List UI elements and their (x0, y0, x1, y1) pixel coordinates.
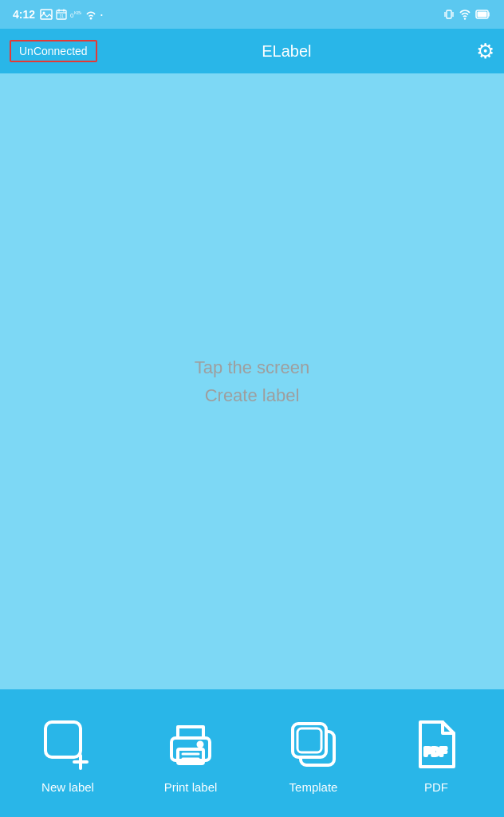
print-label-icon (163, 716, 219, 772)
calendar-icon: 31 (56, 9, 67, 20)
signal-icon (85, 9, 97, 20)
bottom-toolbar: New label Print label (0, 689, 504, 817)
status-right (443, 9, 491, 20)
new-label-icon (40, 716, 96, 772)
svg-rect-7 (447, 10, 451, 18)
svg-point-6 (90, 18, 93, 20)
pdf-button[interactable]: PDF PDF (375, 716, 498, 794)
placeholder-line1: Tap the screen (195, 353, 309, 381)
app-title: ELabel (262, 42, 311, 61)
new-label-text: New label (41, 780, 94, 794)
vibrate-icon (443, 9, 455, 20)
pdf-icon: PDF (408, 716, 464, 772)
status-time: 4:12 (13, 8, 35, 21)
print-label-text: Print label (164, 780, 218, 794)
new-label-button[interactable]: New label (6, 716, 129, 794)
svg-text:KB/s: KB/s (74, 10, 81, 15)
template-button[interactable]: Template (252, 716, 375, 794)
template-icon (285, 716, 341, 772)
dot-indicator: • (100, 11, 103, 18)
svg-rect-11 (45, 722, 81, 757)
svg-point-18 (199, 742, 203, 746)
status-bar: 4:12 31 0 KB/s (0, 0, 504, 29)
settings-icon[interactable]: ⚙ (476, 41, 494, 61)
battery-icon (475, 10, 491, 19)
main-content[interactable]: Tap the screen Create label (0, 73, 504, 689)
data-icon: 0 KB/s (70, 9, 81, 20)
svg-rect-10 (478, 12, 487, 18)
template-text: Template (289, 780, 338, 794)
status-left: 4:12 31 0 KB/s (13, 8, 103, 21)
svg-rect-0 (41, 10, 52, 19)
placeholder-line2: Create label (195, 381, 309, 409)
unconnected-button[interactable]: UnConnected (10, 40, 97, 62)
app-bar: UnConnected ELabel ⚙ (0, 29, 504, 73)
pdf-text: PDF (424, 780, 448, 794)
status-icons: 31 0 KB/s • (40, 9, 103, 20)
phone-frame: 4:12 31 0 KB/s (0, 0, 504, 817)
svg-text:31: 31 (60, 14, 65, 18)
image-icon (40, 9, 53, 20)
print-label-button[interactable]: Print label (129, 716, 252, 794)
wifi-icon (459, 9, 471, 20)
svg-point-8 (464, 18, 466, 19)
placeholder-text: Tap the screen Create label (195, 353, 309, 409)
svg-text:PDF: PDF (424, 745, 447, 758)
